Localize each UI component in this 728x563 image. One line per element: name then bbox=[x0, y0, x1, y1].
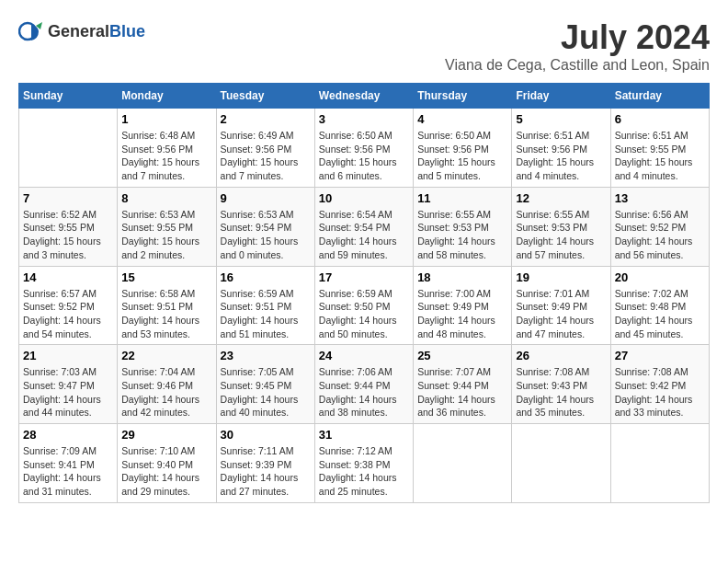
cell-content: Sunrise: 7:05 AMSunset: 9:45 PMDaylight:… bbox=[221, 365, 311, 419]
cell-content: Sunrise: 6:59 AMSunset: 9:50 PMDaylight:… bbox=[319, 287, 409, 341]
day-number: 2 bbox=[221, 112, 311, 126]
cell-content: Sunrise: 6:56 AMSunset: 9:52 PMDaylight:… bbox=[615, 208, 705, 262]
calendar-cell: 2Sunrise: 6:49 AMSunset: 9:56 PMDaylight… bbox=[216, 109, 314, 188]
cell-content: Sunrise: 6:49 AMSunset: 9:56 PMDaylight:… bbox=[221, 129, 311, 183]
calendar-cell: 21Sunrise: 7:03 AMSunset: 9:47 PMDayligh… bbox=[19, 345, 118, 424]
day-number: 27 bbox=[615, 349, 705, 362]
calendar-cell: 8Sunrise: 6:53 AMSunset: 9:55 PMDaylight… bbox=[118, 187, 216, 266]
calendar-cell: 1Sunrise: 6:48 AMSunset: 9:56 PMDaylight… bbox=[118, 109, 216, 188]
day-number: 21 bbox=[23, 349, 113, 362]
day-number: 10 bbox=[319, 191, 409, 205]
day-number: 1 bbox=[121, 112, 211, 126]
day-number: 23 bbox=[221, 349, 311, 362]
calendar-week-row: 21Sunrise: 7:03 AMSunset: 9:47 PMDayligh… bbox=[19, 345, 710, 424]
cell-content: Sunrise: 6:54 AMSunset: 9:54 PMDaylight:… bbox=[319, 208, 409, 262]
day-of-week-header: Tuesday bbox=[216, 84, 314, 109]
cell-content: Sunrise: 6:57 AMSunset: 9:52 PMDaylight:… bbox=[23, 287, 113, 341]
cell-content: Sunrise: 6:51 AMSunset: 9:56 PMDaylight:… bbox=[516, 129, 606, 183]
calendar-table: SundayMondayTuesdayWednesdayThursdayFrid… bbox=[18, 83, 710, 503]
calendar-cell: 12Sunrise: 6:55 AMSunset: 9:53 PMDayligh… bbox=[512, 187, 610, 266]
cell-content: Sunrise: 7:08 AMSunset: 9:43 PMDaylight:… bbox=[516, 365, 606, 419]
calendar-cell: 7Sunrise: 6:52 AMSunset: 9:55 PMDaylight… bbox=[19, 187, 118, 266]
day-number: 11 bbox=[417, 191, 507, 205]
calendar-header-row: SundayMondayTuesdayWednesdayThursdayFrid… bbox=[19, 84, 710, 109]
calendar-week-row: 28Sunrise: 7:09 AMSunset: 9:41 PMDayligh… bbox=[19, 424, 710, 503]
day-number: 22 bbox=[121, 349, 211, 362]
calendar-cell: 24Sunrise: 7:06 AMSunset: 9:44 PMDayligh… bbox=[314, 345, 413, 424]
cell-content: Sunrise: 7:11 AMSunset: 9:39 PMDaylight:… bbox=[221, 444, 311, 499]
calendar-cell: 4Sunrise: 6:50 AMSunset: 9:56 PMDaylight… bbox=[414, 109, 512, 188]
day-number: 19 bbox=[516, 270, 606, 284]
day-number: 29 bbox=[121, 428, 211, 442]
cell-content: Sunrise: 6:55 AMSunset: 9:53 PMDaylight:… bbox=[516, 208, 606, 262]
cell-content: Sunrise: 7:06 AMSunset: 9:44 PMDaylight:… bbox=[319, 365, 409, 419]
day-number: 9 bbox=[221, 191, 311, 205]
cell-content: Sunrise: 7:09 AMSunset: 9:41 PMDaylight:… bbox=[23, 444, 113, 499]
calendar-cell: 29Sunrise: 7:10 AMSunset: 9:40 PMDayligh… bbox=[118, 424, 216, 503]
logo-general: General bbox=[48, 22, 109, 40]
calendar-cell: 3Sunrise: 6:50 AMSunset: 9:56 PMDaylight… bbox=[314, 109, 413, 188]
calendar-cell: 6Sunrise: 6:51 AMSunset: 9:55 PMDaylight… bbox=[610, 109, 709, 188]
day-number: 15 bbox=[121, 270, 211, 284]
day-of-week-header: Monday bbox=[118, 84, 216, 109]
day-number: 13 bbox=[615, 191, 705, 205]
cell-content: Sunrise: 7:02 AMSunset: 9:48 PMDaylight:… bbox=[615, 287, 705, 341]
day-of-week-header: Friday bbox=[512, 84, 610, 109]
calendar-cell: 27Sunrise: 7:08 AMSunset: 9:42 PMDayligh… bbox=[610, 345, 709, 424]
day-number: 16 bbox=[221, 270, 311, 284]
day-of-week-header: Thursday bbox=[414, 84, 512, 109]
cell-content: Sunrise: 7:01 AMSunset: 9:49 PMDaylight:… bbox=[516, 287, 606, 341]
calendar-cell: 30Sunrise: 7:11 AMSunset: 9:39 PMDayligh… bbox=[216, 424, 314, 503]
calendar-cell: 9Sunrise: 6:53 AMSunset: 9:54 PMDaylight… bbox=[216, 187, 314, 266]
cell-content: Sunrise: 7:07 AMSunset: 9:44 PMDaylight:… bbox=[417, 365, 507, 419]
calendar-cell: 18Sunrise: 7:00 AMSunset: 9:49 PMDayligh… bbox=[414, 266, 512, 345]
page-header: GeneralBlue July 2024 Viana de Cega, Cas… bbox=[18, 18, 710, 74]
calendar-cell bbox=[19, 109, 118, 188]
day-number: 6 bbox=[615, 112, 705, 126]
day-number: 31 bbox=[319, 428, 409, 442]
calendar-cell: 22Sunrise: 7:04 AMSunset: 9:46 PMDayligh… bbox=[118, 345, 216, 424]
cell-content: Sunrise: 6:48 AMSunset: 9:56 PMDaylight:… bbox=[121, 129, 211, 183]
day-number: 28 bbox=[23, 428, 113, 442]
day-number: 30 bbox=[221, 428, 311, 442]
cell-content: Sunrise: 6:53 AMSunset: 9:54 PMDaylight:… bbox=[221, 208, 311, 262]
calendar-cell: 25Sunrise: 7:07 AMSunset: 9:44 PMDayligh… bbox=[414, 345, 512, 424]
cell-content: Sunrise: 6:55 AMSunset: 9:53 PMDaylight:… bbox=[417, 208, 507, 262]
calendar-cell bbox=[414, 424, 512, 503]
day-number: 8 bbox=[121, 191, 211, 205]
cell-content: Sunrise: 7:12 AMSunset: 9:38 PMDaylight:… bbox=[319, 444, 409, 499]
logo: GeneralBlue bbox=[18, 18, 145, 44]
calendar-cell: 11Sunrise: 6:55 AMSunset: 9:53 PMDayligh… bbox=[414, 187, 512, 266]
day-of-week-header: Saturday bbox=[610, 84, 709, 109]
calendar-cell: 20Sunrise: 7:02 AMSunset: 9:48 PMDayligh… bbox=[610, 266, 709, 345]
day-number: 3 bbox=[319, 112, 409, 126]
calendar-cell: 17Sunrise: 6:59 AMSunset: 9:50 PMDayligh… bbox=[314, 266, 413, 345]
cell-content: Sunrise: 7:10 AMSunset: 9:40 PMDaylight:… bbox=[121, 444, 211, 499]
day-number: 25 bbox=[417, 349, 507, 362]
cell-content: Sunrise: 7:04 AMSunset: 9:46 PMDaylight:… bbox=[121, 365, 211, 419]
calendar-week-row: 7Sunrise: 6:52 AMSunset: 9:55 PMDaylight… bbox=[19, 187, 710, 266]
cell-content: Sunrise: 6:58 AMSunset: 9:51 PMDaylight:… bbox=[121, 287, 211, 341]
day-number: 17 bbox=[319, 270, 409, 284]
cell-content: Sunrise: 6:53 AMSunset: 9:55 PMDaylight:… bbox=[121, 208, 211, 262]
day-of-week-header: Wednesday bbox=[314, 84, 413, 109]
calendar-cell: 26Sunrise: 7:08 AMSunset: 9:43 PMDayligh… bbox=[512, 345, 610, 424]
day-number: 5 bbox=[516, 112, 606, 126]
day-number: 7 bbox=[23, 191, 113, 205]
day-number: 26 bbox=[516, 349, 606, 362]
cell-content: Sunrise: 6:51 AMSunset: 9:55 PMDaylight:… bbox=[615, 129, 705, 183]
calendar-cell: 31Sunrise: 7:12 AMSunset: 9:38 PMDayligh… bbox=[314, 424, 413, 503]
logo-blue: Blue bbox=[109, 22, 145, 40]
cell-content: Sunrise: 6:52 AMSunset: 9:55 PMDaylight:… bbox=[23, 208, 113, 262]
calendar-week-row: 1Sunrise: 6:48 AMSunset: 9:56 PMDaylight… bbox=[19, 109, 710, 188]
month-year-title: July 2024 bbox=[445, 18, 710, 57]
day-number: 14 bbox=[23, 270, 113, 284]
calendar-cell: 23Sunrise: 7:05 AMSunset: 9:45 PMDayligh… bbox=[216, 345, 314, 424]
cell-content: Sunrise: 6:59 AMSunset: 9:51 PMDaylight:… bbox=[221, 287, 311, 341]
calendar-week-row: 14Sunrise: 6:57 AMSunset: 9:52 PMDayligh… bbox=[19, 266, 710, 345]
calendar-cell: 15Sunrise: 6:58 AMSunset: 9:51 PMDayligh… bbox=[118, 266, 216, 345]
calendar-cell: 5Sunrise: 6:51 AMSunset: 9:56 PMDaylight… bbox=[512, 109, 610, 188]
cell-content: Sunrise: 6:50 AMSunset: 9:56 PMDaylight:… bbox=[417, 129, 507, 183]
location-subtitle: Viana de Cega, Castille and Leon, Spain bbox=[445, 57, 710, 74]
cell-content: Sunrise: 7:03 AMSunset: 9:47 PMDaylight:… bbox=[23, 365, 113, 419]
